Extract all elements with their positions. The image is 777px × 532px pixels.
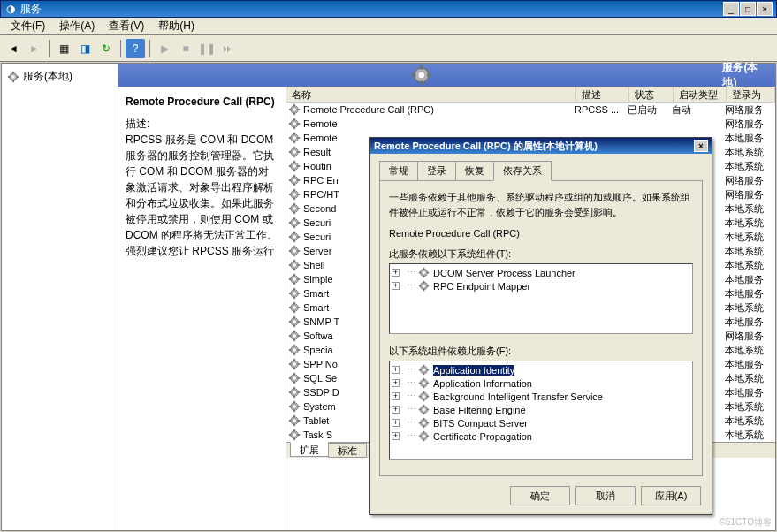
- col-desc[interactable]: 描述: [576, 87, 629, 102]
- app-icon: ◑: [4, 3, 17, 15]
- gear-icon: [418, 377, 430, 389]
- gear-icon: [288, 202, 301, 215]
- gear-icon: [288, 160, 301, 172]
- tree-item[interactable]: +⋯Certificate Propagation: [392, 429, 690, 443]
- tree-item[interactable]: +⋯Application Identity: [392, 363, 690, 376]
- expand-icon[interactable]: +: [392, 432, 400, 440]
- gear-icon: [418, 364, 430, 376]
- tree-item[interactable]: +⋯Base Filtering Engine: [392, 403, 690, 416]
- tree-pane: 服务(本地): [2, 64, 118, 530]
- description-label: 描述:: [126, 117, 278, 132]
- gear-icon: [418, 417, 430, 429]
- tab-recovery[interactable]: 恢复: [455, 161, 494, 181]
- tree-root[interactable]: 服务(本地): [5, 67, 114, 86]
- close-button[interactable]: ×: [757, 2, 773, 16]
- tree-item[interactable]: +⋯Background Intelligent Transfer Servic…: [392, 390, 690, 403]
- header-title: 服务(本地): [722, 60, 768, 90]
- depends-on-label: 此服务依赖以下系统组件(T):: [389, 247, 693, 261]
- gear-icon: [288, 146, 301, 158]
- gear-icon: [288, 132, 301, 144]
- gear-icon: [288, 315, 301, 328]
- gear-icon: [126, 64, 717, 87]
- list-header: 名称 描述 状态 启动类型 登录为: [286, 87, 775, 103]
- col-logon[interactable]: 登录为: [727, 87, 775, 102]
- refresh-button[interactable]: ↻: [96, 39, 116, 58]
- dependency-info: 一些服务依赖于其他服务、系统驱动程序或组的加载顺序。如果系统组件被停止或运行不正…: [389, 190, 693, 219]
- gear-icon: [288, 429, 301, 441]
- expand-icon[interactable]: +: [392, 379, 400, 387]
- col-start[interactable]: 启动类型: [674, 87, 727, 102]
- gear-icon: [288, 103, 301, 116]
- ok-button[interactable]: 确定: [510, 486, 570, 505]
- stop-button[interactable]: ■: [176, 39, 195, 58]
- gear-icon: [288, 217, 301, 229]
- help-button[interactable]: ?: [126, 39, 145, 58]
- tab-dependencies[interactable]: 依存关系: [493, 161, 552, 181]
- col-name[interactable]: 名称: [286, 87, 576, 102]
- watermark: ©51CTO博客: [720, 516, 772, 528]
- tab-extended[interactable]: 扩展: [290, 442, 329, 457]
- export-button[interactable]: ◨: [75, 39, 95, 58]
- description-panel: Remote Procedure Call (RPC) 描述: RPCSS 服务…: [118, 87, 286, 530]
- gear-icon: [288, 358, 301, 370]
- gear-icon: [288, 259, 301, 271]
- dialog-titlebar[interactable]: Remote Procedure Call (RPC) 的属性(本地计算机) ×: [370, 138, 712, 154]
- depended-by-tree[interactable]: +⋯Application Identity+⋯Application Info…: [389, 361, 693, 460]
- expand-icon[interactable]: +: [392, 392, 400, 400]
- expand-icon[interactable]: +: [392, 406, 400, 414]
- tree-item[interactable]: +⋯BITS Compact Server: [392, 416, 690, 429]
- gear-icon: [288, 174, 301, 186]
- gear-icon: [288, 118, 301, 130]
- gear-icon: [288, 231, 301, 243]
- tree-item[interactable]: +⋯DCOM Server Process Launcher: [392, 266, 690, 279]
- window-title: 服务: [20, 2, 723, 17]
- expand-icon[interactable]: +: [392, 366, 400, 374]
- menu-file[interactable]: 文件(F): [4, 17, 52, 35]
- gear-icon: [288, 400, 301, 413]
- expand-icon[interactable]: +: [392, 282, 400, 290]
- gear-icon: [7, 71, 19, 83]
- gear-icon: [418, 280, 430, 292]
- selected-service-name: Remote Procedure Call (RPC): [126, 95, 278, 108]
- gear-icon: [288, 188, 301, 201]
- gear-icon: [288, 330, 301, 342]
- start-button[interactable]: ▶: [155, 39, 174, 58]
- gear-icon: [288, 301, 301, 314]
- menu-help[interactable]: 帮助(H): [151, 17, 202, 35]
- gear-icon: [418, 404, 430, 415]
- maximize-button[interactable]: □: [740, 2, 756, 16]
- cancel-button[interactable]: 取消: [575, 486, 636, 505]
- minimize-button[interactable]: _: [723, 2, 739, 16]
- apply-button[interactable]: 应用(A): [641, 486, 701, 505]
- tab-standard[interactable]: 标准: [328, 443, 367, 458]
- gear-icon: [288, 386, 301, 399]
- gear-icon: [418, 267, 430, 278]
- show-hide-button[interactable]: ▦: [54, 39, 73, 58]
- pause-button[interactable]: ❚❚: [197, 39, 217, 58]
- service-row[interactable]: Remote 网络服务: [286, 117, 775, 131]
- tab-general[interactable]: 常规: [379, 161, 418, 181]
- gear-icon: [288, 273, 301, 285]
- expand-icon[interactable]: +: [392, 419, 400, 427]
- expand-icon[interactable]: +: [392, 269, 400, 277]
- depends-on-tree[interactable]: +⋯DCOM Server Process Launcher+⋯RPC Endp…: [389, 263, 693, 334]
- dialog-tabs: 常规 登录 恢复 依存关系: [379, 161, 703, 181]
- restart-button[interactable]: ⏭: [218, 39, 238, 58]
- dialog-title: Remote Procedure Call (RPC) 的属性(本地计算机): [374, 140, 694, 153]
- description-text: RPCSS 服务是 COM 和 DCOM 服务器的服务控制管理器。它执行 COM…: [126, 132, 278, 259]
- tree-item[interactable]: +⋯Application Information: [392, 376, 690, 390]
- dialog-service-name: Remote Procedure Call (RPC): [389, 228, 693, 239]
- titlebar: ◑ 服务 _ □ ×: [0, 0, 777, 18]
- tab-logon[interactable]: 登录: [417, 161, 456, 181]
- gear-icon: [418, 391, 430, 402]
- menu-view[interactable]: 查看(V): [102, 17, 151, 35]
- tree-item[interactable]: +⋯RPC Endpoint Mapper: [392, 279, 690, 293]
- depended-by-label: 以下系统组件依赖此服务(F):: [389, 345, 693, 358]
- header-bar: 服务(本地): [118, 64, 775, 87]
- service-row[interactable]: Remote Procedure Call (RPC) RPCSS ... 已启…: [286, 103, 775, 117]
- back-button[interactable]: ◄: [4, 39, 23, 58]
- col-state[interactable]: 状态: [629, 87, 674, 102]
- forward-button[interactable]: ►: [25, 39, 44, 58]
- dialog-close-button[interactable]: ×: [694, 140, 708, 152]
- menu-action[interactable]: 操作(A): [52, 17, 102, 35]
